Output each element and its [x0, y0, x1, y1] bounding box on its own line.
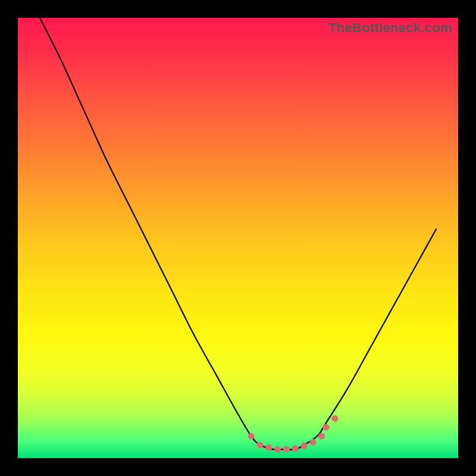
bottleneck-curve — [40, 18, 436, 450]
marker-dot — [318, 433, 325, 440]
marker-dot — [301, 443, 308, 449]
marker-dot — [331, 415, 338, 422]
marker-dot — [283, 446, 290, 453]
marker-dot — [309, 439, 316, 446]
marker-dot — [323, 424, 330, 431]
watermark: TheBottleneck.com — [328, 20, 452, 36]
chart-frame: TheBottleneck.com — [18, 18, 458, 458]
marker-dot — [248, 433, 255, 440]
marker-dot — [292, 445, 299, 452]
marker-dot — [274, 446, 281, 453]
marker-dot — [257, 441, 264, 448]
chart-overlay — [18, 18, 458, 458]
marker-dot — [265, 444, 272, 451]
highlighted-range — [248, 415, 339, 453]
